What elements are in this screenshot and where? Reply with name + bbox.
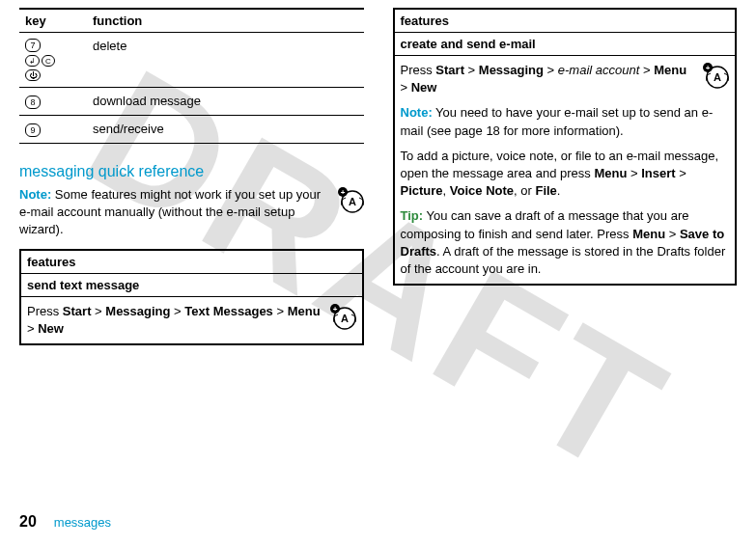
menu-path-picture: Picture [401, 183, 443, 198]
menu-path-start: Start [435, 63, 464, 77]
menu-path-menu: Menu [654, 63, 686, 77]
svg-text:A: A [341, 313, 349, 324]
note-text: Some features might not work if you set … [19, 187, 321, 236]
func-cell: download message [87, 88, 364, 116]
menu-path-account: e-mail account [558, 63, 640, 77]
menu-path-voice-note: Voice Note [450, 183, 514, 198]
left-column: key function 7 ↲ C ⏻ [19, 8, 364, 345]
menu-path-new: New [38, 321, 64, 336]
features-box-left: features send text message A+ Press Star… [19, 249, 364, 345]
tip-text-b: . A draft of the message is stored in th… [401, 244, 726, 276]
tip-label: Tip: [401, 208, 424, 223]
table-row: 7 ↲ C ⏻ delete [19, 33, 364, 88]
menu-path-messaging: Messaging [479, 63, 544, 77]
note-text: You need to have your e-mail set up to s… [401, 105, 714, 137]
menu-path-file: File [535, 183, 556, 198]
menu-path-insert: Insert [641, 166, 675, 180]
keycap-8-icon: 8 [25, 96, 41, 109]
feature-body: A+ Press Start > Messaging > Text Messag… [21, 297, 362, 343]
press-text: Press [27, 304, 63, 318]
menu-path-menu: Menu [632, 227, 665, 241]
table-row: 9 send/receive [19, 116, 364, 144]
feature-title: send text message [21, 274, 362, 297]
keycap-c-icon: C [42, 55, 55, 67]
operator-icon: A+ [702, 62, 729, 94]
keycap-9-icon: 9 [25, 123, 41, 137]
menu-path-start: Start [63, 304, 92, 318]
keycap-7-icon: 7 [25, 39, 41, 52]
menu-path-menu: Menu [594, 166, 627, 180]
page-number: 20 [19, 513, 37, 531]
features-box-right: features create and send e-mail A+ Press… [393, 8, 738, 286]
svg-text:+: + [332, 305, 337, 314]
note-paragraph: A+ Note: Some features might not work if… [19, 186, 364, 239]
note-label: Note: [19, 187, 51, 202]
menu-path-messaging: Messaging [105, 304, 170, 318]
svg-text:A: A [349, 196, 356, 207]
features-header: features [395, 10, 736, 33]
note-label: Note: [401, 105, 433, 120]
feature-title: create and send e-mail [395, 33, 736, 56]
func-cell: send/receive [87, 116, 364, 144]
operator-icon: A+ [329, 303, 356, 335]
page-content: key function 7 ↲ C ⏻ [0, 0, 756, 345]
section-label: messages [54, 515, 111, 530]
func-cell: delete [87, 33, 364, 88]
section-heading: messaging quick reference [19, 163, 364, 180]
col-header-key: key [19, 9, 87, 33]
table-row: 8 download message [19, 88, 364, 116]
operator-icon: A+ [337, 186, 364, 218]
right-column: features create and send e-mail A+ Press… [393, 8, 738, 345]
menu-path-text-messages: Text Messages [184, 304, 273, 318]
svg-text:+: + [340, 188, 345, 197]
col-header-function: function [87, 9, 364, 33]
menu-path-new: New [411, 80, 437, 95]
feature-body: A+ Press Start > Messaging > e-mail acco… [395, 56, 736, 284]
keycap-back-icon: ↲ [25, 55, 40, 67]
features-header: features [21, 251, 362, 274]
keycap-power-icon: ⏻ [25, 69, 41, 81]
menu-path-menu: Menu [288, 304, 321, 318]
svg-text:A: A [714, 71, 721, 83]
svg-text:+: + [706, 64, 711, 72]
key-function-table: key function 7 ↲ C ⏻ [19, 8, 364, 144]
page-footer: 20 messages [19, 513, 111, 531]
